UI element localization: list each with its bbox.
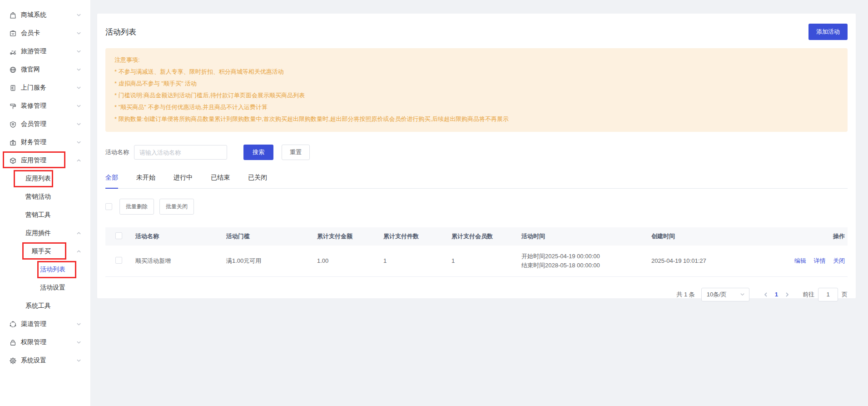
sidebar-item-label: 系统工具 <box>25 302 51 310</box>
chevron-down-icon <box>76 122 81 127</box>
tab-not-started[interactable]: 未开始 <box>136 174 155 189</box>
cell-actions: 编辑 详情 关闭 <box>777 246 848 276</box>
chevron-down-icon <box>76 340 81 345</box>
batch-close-button[interactable]: 批量关闭 <box>159 199 194 215</box>
chevron-down-icon <box>76 140 81 145</box>
sidebar-item-label: 财务管理 <box>21 138 46 146</box>
lock-icon <box>9 339 17 346</box>
sidebar-item-system-settings[interactable]: 系统设置 <box>0 351 90 370</box>
sidebar-item-micro-site[interactable]: 微官网 <box>0 60 90 79</box>
sidebar-item-channel-manage[interactable]: 渠道管理 <box>0 315 90 333</box>
sidebar-item-activity-settings[interactable]: 活动设置 <box>0 279 90 297</box>
edit-link[interactable]: 编辑 <box>794 257 806 264</box>
chevron-down-icon <box>76 104 81 109</box>
sidebar-item-travel[interactable]: 旅游管理 <box>0 42 90 60</box>
sidebar-item-decoration[interactable]: 装修管理 <box>0 97 90 115</box>
detail-link[interactable]: 详情 <box>813 257 825 264</box>
next-page-button[interactable] <box>781 292 794 297</box>
sidebar-item-app-list[interactable]: 应用列表 <box>0 170 90 188</box>
chevron-down-icon <box>740 292 745 297</box>
notice-line: * 门槛说明:商品金额达到活动门槛后,待付款订单页面会展示顺买商品列表 <box>114 90 838 101</box>
sidebar-item-label: 应用管理 <box>21 156 46 165</box>
sidebar-item-marketing-activity[interactable]: 营销活动 <box>0 188 90 206</box>
member-card-icon <box>9 30 17 37</box>
sidebar-item-shunshoubuy[interactable]: 顺手买 <box>0 242 90 261</box>
cell-pay-count: 1 <box>382 246 450 276</box>
search-button[interactable]: 搜索 <box>243 145 273 160</box>
notice-line: * 不参与满减送、新人专享、限时折扣、积分商城等相关优惠活动 <box>114 66 838 78</box>
column-header-name: 活动名称 <box>134 227 224 246</box>
reset-button[interactable]: 重置 <box>282 145 310 160</box>
activity-table: 活动名称 活动门槛 累计支付金额 累计支付件数 累计支付会员数 活动时间 创建时… <box>105 227 848 277</box>
sidebar-item-label: 活动列表 <box>40 266 65 274</box>
cell-activity-name: 顺买活动新增 <box>134 246 224 276</box>
column-header-amount: 累计支付金额 <box>315 227 382 246</box>
sidebar-item-member-card[interactable]: 会员卡 <box>0 24 90 42</box>
page-size-value: 10条/页 <box>707 291 727 299</box>
sidebar-item-system-tools[interactable]: 系统工具 <box>0 297 90 315</box>
chevron-down-icon <box>76 67 81 72</box>
sidebar-item-label: 应用插件 <box>25 229 51 237</box>
main-content: 活动列表 添加活动 注意事项: * 不参与满减送、新人专享、限时折扣、积分商城等… <box>91 0 868 406</box>
page-suffix: 页 <box>842 291 848 299</box>
activity-end-time: 结束时间2028-05-18 00:00:00 <box>521 261 648 270</box>
sidebar-item-label: 营销工具 <box>25 211 51 219</box>
chevron-down-icon <box>76 31 81 36</box>
notice-title: 注意事项: <box>114 54 838 66</box>
sidebar-item-label: 应用列表 <box>25 175 51 183</box>
page-title: 活动列表 <box>105 27 136 37</box>
sidebar-item-door-service[interactable]: 上门服务 <box>0 79 90 97</box>
add-activity-button[interactable]: 添加活动 <box>808 24 848 40</box>
header-checkbox[interactable] <box>115 232 122 239</box>
row-checkbox[interactable] <box>115 257 122 264</box>
sidebar-item-label: 会员管理 <box>21 120 46 128</box>
column-header-pay-count: 累计支付件数 <box>382 227 450 246</box>
sidebar-item-activity-list[interactable]: 活动列表 <box>0 261 90 279</box>
chevron-right-icon <box>784 292 790 297</box>
tab-all[interactable]: 全部 <box>105 174 118 189</box>
goto-label: 前往 <box>803 291 814 299</box>
goto-page-input[interactable] <box>818 288 838 301</box>
batch-delete-button[interactable]: 批量删除 <box>119 199 154 215</box>
select-all-checkbox[interactable] <box>105 203 112 210</box>
cell-member-count: 1 <box>450 246 520 276</box>
table-header-row: 活动名称 活动门槛 累计支付金额 累计支付件数 累计支付会员数 活动时间 创建时… <box>105 227 848 246</box>
sidebar-item-label: 微官网 <box>21 65 40 74</box>
sidebar-item-finance[interactable]: 财务管理 <box>0 133 90 151</box>
tab-in-progress[interactable]: 进行中 <box>174 174 193 189</box>
sidebar-item-permission-manage[interactable]: 权限管理 <box>0 333 90 351</box>
page-size-select[interactable]: 10条/页 <box>701 288 749 301</box>
column-header-threshold: 活动门槛 <box>224 227 315 246</box>
page-number[interactable]: 1 <box>772 291 781 298</box>
sidebar-item-app-manage[interactable]: 应用管理 <box>0 151 90 170</box>
tab-ended[interactable]: 已结束 <box>211 174 230 189</box>
chevron-down-icon <box>76 13 81 18</box>
sidebar-item-label: 上门服务 <box>21 84 46 92</box>
decoration-icon <box>9 102 17 110</box>
tab-closed[interactable]: 已关闭 <box>248 174 267 189</box>
finance-icon <box>9 139 17 146</box>
chevron-up-icon <box>76 158 81 163</box>
sidebar-item-label: 系统设置 <box>21 356 46 365</box>
notice-line: * 限购数量:创建订单便将所购商品数量累计到限购数量中,首次购买超出限购数量时,… <box>114 113 838 125</box>
sidebar-item-member-manage[interactable]: 会员管理 <box>0 115 90 133</box>
status-tabs: 全部 未开始 进行中 已结束 已关闭 <box>105 174 848 189</box>
sidebar-item-label: 商城系统 <box>21 11 46 19</box>
activity-name-input[interactable] <box>134 145 227 160</box>
chevron-down-icon <box>76 322 81 327</box>
globe-icon <box>9 66 17 74</box>
sidebar-item-app-plugins[interactable]: 应用插件 <box>0 224 90 242</box>
sidebar-item-label: 装修管理 <box>21 102 46 110</box>
sidebar-item-marketing-tools[interactable]: 营销工具 <box>0 206 90 224</box>
column-header-created: 创建时间 <box>650 227 777 246</box>
notice-box: 注意事项: * 不参与满减送、新人专享、限时折扣、积分商城等相关优惠活动 * 虚… <box>105 48 848 132</box>
total-count: 共 1 条 <box>676 291 694 299</box>
sidebar-item-mall-system[interactable]: 商城系统 <box>0 6 90 24</box>
sidebar-item-label: 权限管理 <box>21 338 46 346</box>
sidebar-item-label: 活动设置 <box>40 284 65 292</box>
chevron-down-icon <box>76 85 81 90</box>
chevron-left-icon <box>763 292 769 297</box>
close-link[interactable]: 关闭 <box>833 257 845 264</box>
prev-page-button[interactable] <box>759 292 772 297</box>
chevron-down-icon <box>76 49 81 54</box>
